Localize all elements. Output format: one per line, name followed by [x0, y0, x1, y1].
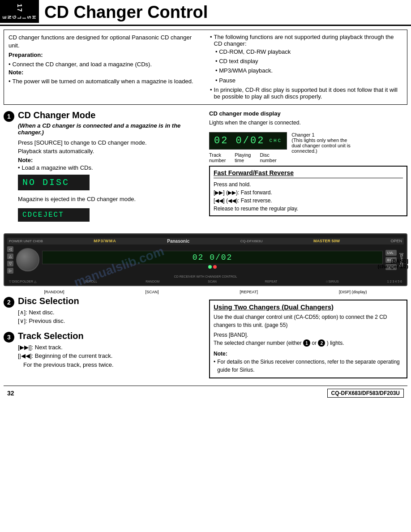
- sub-item-2: • CD text display: [215, 57, 402, 65]
- right-bullet-1: • The following functions are not suppor…: [210, 34, 402, 47]
- page-header: ENGLISH 17 CD Changer Control: [0, 0, 411, 26]
- ff-line4: Release to resume the regular play.: [214, 205, 403, 213]
- sub-items: • CD-ROM, CD-RW playback • CD text displ…: [210, 48, 402, 85]
- changer-badge-1: 1: [303, 339, 310, 347]
- info-box: CD changer functions are designed for op…: [4, 30, 407, 105]
- display-labels: Track number Playing time Disc number: [209, 152, 287, 163]
- cd-unit-open: OPEN: [390, 239, 402, 243]
- changers-para2: Press [BAND].: [214, 331, 403, 339]
- section3-item3: For the previous track, press twice.: [18, 360, 202, 369]
- section3-title: Track Selection: [18, 331, 202, 341]
- disc-label: Disc number: [260, 152, 276, 163]
- section1-note-text: Load a magazine with CDs.: [22, 164, 93, 171]
- two-changers-content: Use the dual changer control unit (CA-CD…: [214, 313, 403, 374]
- language-tab: ENGLISH 17: [0, 0, 39, 23]
- ctrl-level[interactable]: LVL: [385, 250, 397, 256]
- lcd-eject: CDCEJECT: [18, 208, 90, 222]
- cd-unit-area: POWER UNIT CHDB MP3/WMA Panasonic CQ-DFX…: [4, 233, 407, 294]
- badge-2: 2: [4, 297, 14, 308]
- bottom-left: 2 Disc Selection [∧]: Next disc. [∨]: Pr…: [4, 296, 202, 378]
- cd-unit-top-bar: POWER UNIT CHDB MP3/WMA Panasonic CQ-DFX…: [7, 238, 404, 245]
- section1-right: CD changer mode display Lights when the …: [209, 110, 407, 230]
- label-num: 1 2 3 4 5 6: [387, 280, 402, 283]
- label-random-bottom: [RANDOM]: [44, 290, 64, 294]
- label-disc-folder: ▽ DISC/FOLDER △: [9, 280, 36, 283]
- info-col-left: CD changer functions are designed for op…: [9, 34, 201, 101]
- sub-item-3: • MP3/WMA playback.: [215, 67, 402, 75]
- cd-unit-bottom-text: CD RECEIVER WITH CHANGER CONTROL: [7, 275, 404, 278]
- bullet-dot: •: [210, 86, 212, 100]
- label-sirius: ☆SIRIUS: [325, 280, 338, 283]
- ff-section: Fast Forward/Fast Reverse Press and hold…: [209, 166, 407, 216]
- changer1-info: Changer 1 (This lights only when the dua…: [291, 129, 354, 154]
- badge-1: 1: [4, 111, 14, 122]
- cd-unit-bottom-labels: ▽ DISC/FOLDER △ SCROLL RANDOM SCAN REPEA…: [7, 280, 404, 283]
- ff-title: Fast Forward/Fast Reverse: [214, 169, 403, 178]
- section2: 2 Disc Selection [∧]: Next disc. [∨]: Pr…: [4, 296, 202, 326]
- page-title: CD Changer Control: [39, 0, 411, 23]
- sub-item-4: • Pause: [215, 77, 402, 85]
- info-col-right: • The following functions are not suppor…: [210, 34, 402, 101]
- bullet-dot: •: [9, 61, 11, 68]
- ctrl-btn-2[interactable]: △: [7, 253, 13, 259]
- footer-model: CQ-DFX683/DF583/DF203U: [327, 389, 404, 398]
- section1-content: CD Changer Mode (When a CD changer is co…: [18, 110, 202, 224]
- bullet-dot: •: [210, 34, 212, 47]
- changer-lcd-display: 02 0/02 CHC: [209, 132, 287, 150]
- changers-note-title: Note:: [214, 350, 403, 358]
- bottom-right: Using Two Changers (Dual Changers) Use t…: [209, 296, 407, 378]
- changer1-note: (This lights only when the dual changer …: [291, 137, 354, 154]
- ctrl-btn-1[interactable]: ◁: [7, 246, 13, 252]
- section3-item1: [▶▶|]: Next track.: [18, 343, 202, 352]
- prep-item-1: • Connect the CD changer, and load a mag…: [9, 61, 201, 68]
- changer-display-title: CD changer mode display: [209, 110, 407, 117]
- page-footer: 32 CQ-DFX683/DF583/DF203U: [4, 386, 407, 400]
- right-text-1: The following functions are not supporte…: [214, 34, 402, 47]
- changer-display-subtitle: Lights when the changer is connected.: [209, 119, 407, 127]
- section3: 3 Track Selection [▶▶|]: Next track. [|◀…: [4, 331, 202, 369]
- cd-unit-model: CQ-DFX683U: [240, 239, 263, 243]
- note-text-1: The power will be turned on automaticall…: [13, 78, 193, 85]
- indicator-green: [208, 265, 212, 269]
- bullet-dot: •: [9, 78, 11, 85]
- cd-unit-left-btns: ◁ △ ▽ ▷: [7, 246, 13, 274]
- main-content: 1 CD Changer Mode (When a CD changer is …: [0, 110, 411, 400]
- changers-note-text: For details on the Sirius receiver conne…: [217, 358, 403, 374]
- section1-para2: Playback starts automatically.: [18, 147, 202, 156]
- prep-title: Preparation:: [9, 51, 201, 59]
- section3-content: Track Selection [▶▶|]: Next track. [|◀◀]…: [18, 331, 202, 369]
- cd-unit-image: POWER UNIT CHDB MP3/WMA Panasonic CQ-DFX…: [4, 233, 407, 286]
- cd-volume-knob[interactable]: [16, 248, 39, 271]
- section2-content: Disc Selection [∧]: Next disc. [∨]: Prev…: [18, 296, 202, 326]
- cd-main-display: 02 0/02: [42, 251, 383, 264]
- changer1-label: Changer 1: [291, 132, 354, 137]
- ff-line1: Press and hold.: [214, 180, 403, 189]
- bullet-dot: •: [214, 358, 215, 374]
- section1-left: 1 CD Changer Mode (When a CD changer is …: [4, 110, 202, 230]
- ctrl-btn-3[interactable]: ▽: [7, 261, 13, 266]
- section3-item2: [|◀◀]: Beginning of the current track.: [18, 352, 202, 360]
- section1-area: 1 CD Changer Mode (When a CD changer is …: [4, 110, 407, 230]
- section1-note-title: Note:: [18, 156, 202, 165]
- section2-title: Disc Selection: [18, 296, 202, 306]
- ff-line3: [◀◀] (◀◀): Fast reverse.: [214, 197, 403, 205]
- cd-center: 02 0/02: [42, 251, 383, 269]
- ff-content: Press and hold. [▶▶] (▶▶): Fast forward.…: [214, 180, 403, 213]
- label-scroll: SCROLL: [85, 280, 97, 283]
- section1-subtitle: (When a CD changer is connected and a ma…: [18, 122, 202, 136]
- label-repeat: REPEAT: [265, 280, 278, 283]
- cd-bottom-function-labels: [RANDOM] [SCAN] [REPEAT] [DISP] (display…: [4, 290, 407, 294]
- note-title-left: Note:: [9, 69, 201, 77]
- display1-note: Magazine is ejected in the CD changer mo…: [18, 195, 202, 204]
- bullet-dot: •: [18, 164, 20, 171]
- ctrl-btn-4[interactable]: ▷: [7, 268, 13, 274]
- label-scan: SCAN: [208, 280, 216, 283]
- track-label: Track number: [209, 152, 226, 163]
- sub-item-1: • CD-ROM, CD-RW playback: [215, 48, 402, 56]
- intro-text: CD changer functions are designed for op…: [9, 34, 201, 50]
- section2-item1: [∧]: Next disc.: [18, 308, 202, 317]
- label-scan-bottom: [SCAN]: [146, 290, 159, 294]
- cd-unit-brand: Panasonic: [167, 239, 189, 244]
- cd-unit-indicators: [42, 265, 383, 269]
- label-disp-bottom: [DISP] (display): [339, 290, 367, 294]
